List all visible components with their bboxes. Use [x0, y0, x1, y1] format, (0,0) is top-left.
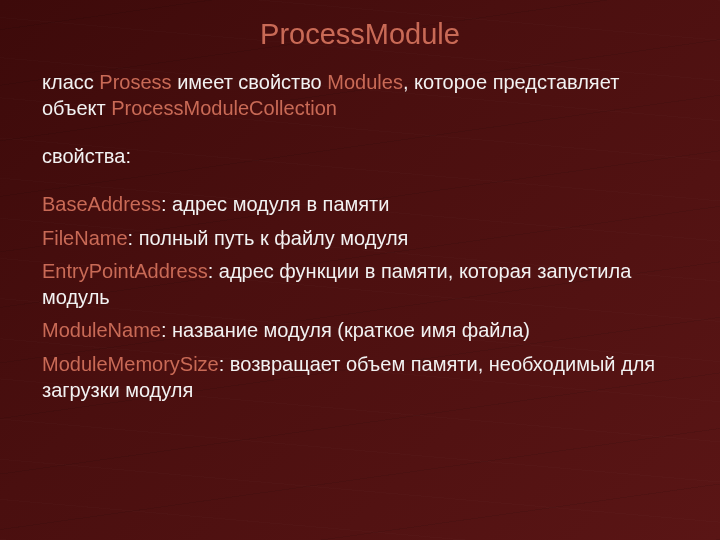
intro-paragraph: класс Prosess имеет свойство Modules, ко…: [42, 69, 678, 121]
property-name: EntryPointAddress: [42, 260, 208, 282]
slide-content: класс Prosess имеет свойство Modules, ко…: [42, 69, 678, 403]
properties-list: BaseAddress: адрес модуля в памяти FileN…: [42, 192, 678, 403]
property-description: : адрес модуля в памяти: [161, 193, 389, 215]
intro-text-1: класс: [42, 71, 99, 93]
property-item: EntryPointAddress: адрес функции в памят…: [42, 259, 678, 310]
intro-highlight-1: Prosess: [99, 71, 171, 93]
property-item: FileName: полный путь к файлу модуля: [42, 226, 678, 252]
property-description: : полный путь к файлу модуля: [128, 227, 409, 249]
properties-subheader: свойства:: [42, 145, 678, 168]
slide: ProcessModule класс Prosess имеет свойст…: [0, 0, 720, 540]
slide-title: ProcessModule: [42, 18, 678, 51]
property-name: FileName: [42, 227, 128, 249]
intro-highlight-2: Modules: [327, 71, 403, 93]
property-item: ModuleName: название модуля (краткое имя…: [42, 318, 678, 344]
property-name: ModuleMemorySize: [42, 353, 219, 375]
intro-text-2: имеет свойство: [172, 71, 328, 93]
property-item: BaseAddress: адрес модуля в памяти: [42, 192, 678, 218]
intro-highlight-3: ProcessModuleCollection: [111, 97, 337, 119]
property-description: : название модуля (краткое имя файла): [161, 319, 530, 341]
property-name: ModuleName: [42, 319, 161, 341]
property-name: BaseAddress: [42, 193, 161, 215]
property-item: ModuleMemorySize: возвращает объем памят…: [42, 352, 678, 403]
